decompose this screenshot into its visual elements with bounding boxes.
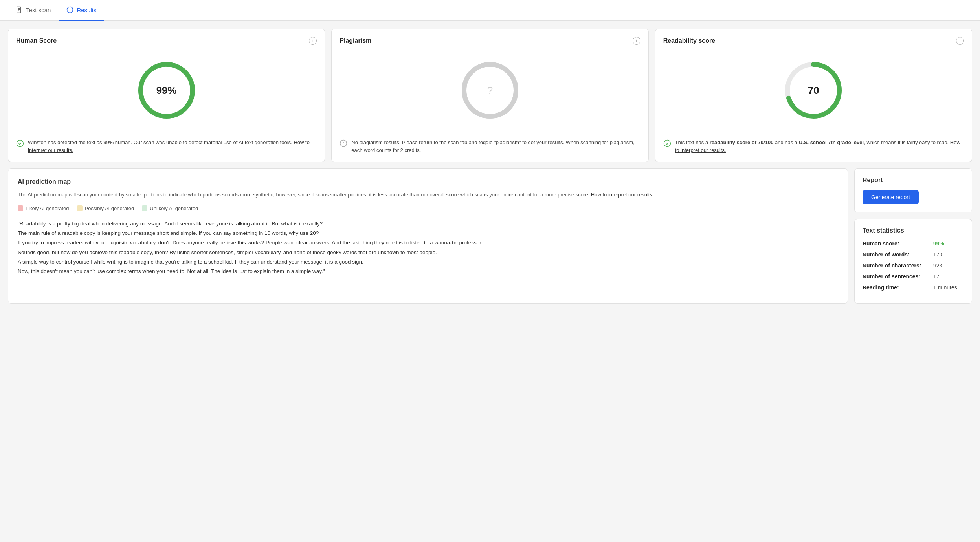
- human-score-footer-text: Winston has detected the text as 99% hum…: [28, 139, 317, 154]
- svg-point-4: [17, 140, 24, 147]
- legend: Likely AI generated Possibly AI generate…: [18, 205, 838, 211]
- stat-chars-value: 923: [933, 262, 942, 269]
- readability-info-icon[interactable]: i: [956, 37, 964, 45]
- plagiarism-info-icon[interactable]: i: [633, 37, 640, 45]
- legend-dot-likely: [18, 205, 23, 211]
- plagiarism-chart: ?: [340, 51, 640, 134]
- plagiarism-symbol: ?: [487, 84, 493, 97]
- stat-sentences-label: Number of sentences:: [863, 273, 933, 280]
- top-cards-row: Human Score i 99%: [8, 29, 972, 162]
- plagiarism-footer: No plagiarism results. Please return to …: [340, 134, 640, 154]
- main-content: Human Score i 99%: [0, 21, 980, 311]
- stat-chars-label: Number of characters:: [863, 262, 933, 269]
- ai-prediction-link[interactable]: How to interpret our results.: [591, 192, 654, 198]
- tab-results-label: Results: [77, 7, 96, 13]
- document-icon: [16, 6, 23, 13]
- legend-label-likely: Likely AI generated: [26, 205, 69, 211]
- ai-prediction-card: AI prediction map The AI prediction map …: [8, 168, 848, 304]
- legend-dot-unlikely: [142, 205, 147, 211]
- legend-label-possibly: Possibly AI generated: [85, 205, 134, 211]
- plagiarism-footer-text: No plagiarism results. Please return to …: [351, 139, 640, 154]
- readability-title: Readability score: [663, 37, 716, 44]
- readability-chart: 70: [663, 51, 964, 134]
- plagiarism-circle: ?: [459, 59, 521, 122]
- human-score-chart: 99%: [16, 51, 317, 134]
- readability-card: Readability score i 70: [655, 29, 972, 162]
- stat-human-score-value: 99%: [933, 240, 944, 247]
- stats-title: Text statistics: [863, 227, 964, 234]
- check-circle-icon: [16, 139, 24, 150]
- plagiarism-card: Plagiarism i ?: [331, 29, 648, 162]
- stats-card: Text statistics Human score: 99% Number …: [854, 219, 972, 304]
- legend-item-unlikely: Unlikely AI generated: [142, 205, 198, 211]
- stat-human-score: Human score: 99%: [863, 240, 964, 247]
- readability-footer-text: This text has a readability score of 70/…: [675, 139, 964, 154]
- readability-header: Readability score i: [663, 37, 964, 45]
- ai-prediction-description: The AI prediction map will scan your con…: [18, 191, 838, 199]
- legend-item-possibly: Possibly AI generated: [77, 205, 134, 211]
- stat-words: Number of words: 170: [863, 251, 964, 258]
- generate-report-button[interactable]: Generate report: [863, 190, 919, 204]
- human-score-card: Human Score i 99%: [8, 29, 325, 162]
- ai-text-content: "Readability is a pretty big deal when d…: [18, 219, 838, 276]
- legend-dot-possibly: [77, 205, 83, 211]
- stat-sentences: Number of sentences: 17: [863, 273, 964, 280]
- readability-value: 70: [808, 84, 819, 97]
- ai-prediction-title: AI prediction map: [18, 178, 838, 185]
- legend-label-unlikely: Unlikely AI generated: [150, 205, 198, 211]
- human-score-info-icon[interactable]: i: [309, 37, 317, 45]
- plagiarism-header: Plagiarism i: [340, 37, 640, 45]
- right-panel: Report Generate report Text statistics H…: [854, 168, 972, 304]
- tab-text-scan-label: Text scan: [26, 7, 51, 13]
- human-score-header: Human Score i: [16, 37, 317, 45]
- tab-results[interactable]: Results: [59, 0, 104, 21]
- stat-chars: Number of characters: 923: [863, 262, 964, 269]
- report-card: Report Generate report: [854, 168, 972, 212]
- chart-icon: [66, 6, 73, 13]
- plagiarism-info-footer-icon: [340, 139, 347, 150]
- stat-reading-time: Reading time: 1 minutes: [863, 284, 964, 291]
- svg-point-10: [664, 140, 670, 147]
- legend-item-likely: Likely AI generated: [18, 205, 69, 211]
- human-score-footer: Winston has detected the text as 99% hum…: [16, 134, 317, 154]
- tab-text-scan[interactable]: Text scan: [8, 0, 59, 21]
- human-score-value: 99%: [156, 84, 177, 97]
- tab-bar: Text scan Results: [0, 0, 980, 21]
- human-score-title: Human Score: [16, 37, 57, 44]
- bottom-row: AI prediction map The AI prediction map …: [8, 168, 972, 304]
- stat-human-score-label: Human score:: [863, 240, 933, 247]
- stat-reading-time-label: Reading time:: [863, 284, 933, 291]
- stat-words-value: 170: [933, 251, 942, 258]
- report-title: Report: [863, 177, 964, 184]
- plagiarism-title: Plagiarism: [340, 37, 371, 44]
- stat-sentences-value: 17: [933, 273, 940, 280]
- stat-words-label: Number of words:: [863, 251, 933, 258]
- human-score-circle: 99%: [135, 59, 198, 122]
- readability-circle: 70: [782, 59, 845, 122]
- readability-check-icon: [663, 139, 671, 150]
- stat-reading-time-value: 1 minutes: [933, 284, 957, 291]
- readability-footer: This text has a readability score of 70/…: [663, 134, 964, 154]
